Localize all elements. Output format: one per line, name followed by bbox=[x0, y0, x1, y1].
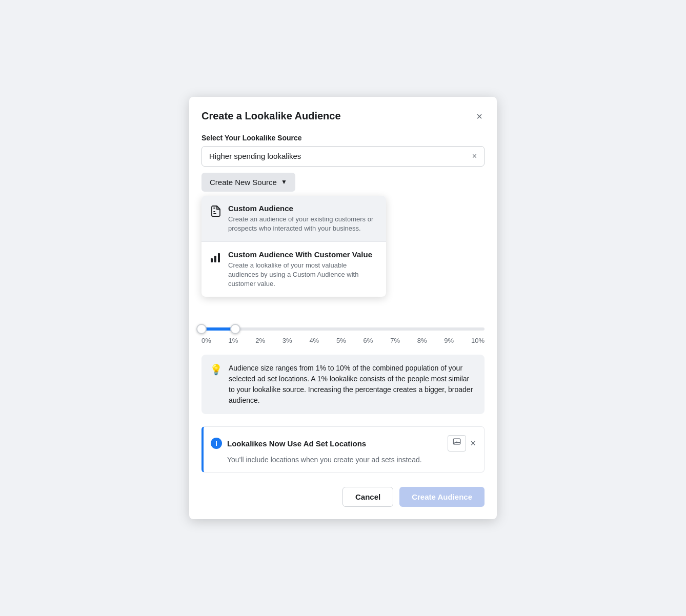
slider-label-10: 10% bbox=[471, 337, 485, 344]
custom-audience-value-icon bbox=[210, 251, 222, 266]
custom-audience-title: Custom Audience bbox=[228, 204, 378, 213]
dropdown-arrow-icon: ▼ bbox=[281, 178, 287, 186]
slider-label-0: 0% bbox=[201, 337, 211, 344]
notice-body: You'll include locations when you create… bbox=[227, 456, 476, 464]
info-text: Audience size ranges from 1% to 10% of t… bbox=[229, 363, 476, 406]
dropdown-menu: Custom Audience Create an audience of yo… bbox=[201, 196, 386, 297]
create-new-source-label: Create New Source bbox=[210, 178, 277, 187]
dropdown-item-custom-audience[interactable]: Custom Audience Create an audience of yo… bbox=[201, 196, 386, 241]
notice-feedback-button[interactable] bbox=[448, 435, 466, 451]
source-section: Select Your Lookalike Source × Create Ne… bbox=[201, 134, 485, 297]
notice-box: i Lookalikes Now Use Ad Set Locations × … bbox=[201, 426, 485, 473]
slider-track[interactable] bbox=[201, 327, 485, 331]
cancel-button[interactable]: Cancel bbox=[342, 487, 393, 507]
slider-thumb-left[interactable] bbox=[196, 324, 207, 334]
notice-close-button[interactable]: × bbox=[470, 438, 476, 449]
custom-audience-icon bbox=[210, 205, 222, 220]
source-clear-button[interactable]: × bbox=[472, 152, 477, 161]
svg-rect-0 bbox=[211, 258, 213, 262]
create-new-source-button[interactable]: Create New Source ▼ bbox=[201, 173, 295, 192]
slider-label-7: 7% bbox=[390, 337, 400, 344]
slider-thumb-right[interactable] bbox=[230, 324, 240, 334]
info-box: 💡 Audience size ranges from 1% to 10% of… bbox=[201, 355, 485, 414]
dropdown-item-custom-audience-value[interactable]: Custom Audience With Customer Value Crea… bbox=[201, 242, 386, 297]
source-section-label: Select Your Lookalike Source bbox=[201, 134, 485, 142]
modal-title: Create a Lookalike Audience bbox=[201, 110, 341, 122]
create-audience-button[interactable]: Create Audience bbox=[399, 487, 485, 507]
slider-label-2: 2% bbox=[255, 337, 265, 344]
custom-audience-value-title: Custom Audience With Customer Value bbox=[228, 250, 378, 259]
slider-label-5: 5% bbox=[336, 337, 346, 344]
modal-close-button[interactable]: × bbox=[474, 109, 485, 124]
slider-label-6: 6% bbox=[364, 337, 373, 344]
slider-label-8: 8% bbox=[417, 337, 427, 344]
slider-label-4: 4% bbox=[309, 337, 319, 344]
source-search-input[interactable] bbox=[209, 152, 472, 160]
notice-title: Lookalikes Now Use Ad Set Locations bbox=[227, 439, 366, 448]
svg-rect-1 bbox=[214, 256, 216, 262]
notice-header-left: i Lookalikes Now Use Ad Set Locations bbox=[211, 438, 366, 449]
lightbulb-icon: 💡 bbox=[210, 363, 223, 376]
slider-label-3: 3% bbox=[283, 337, 292, 344]
svg-point-5 bbox=[457, 442, 457, 443]
slider-labels: 0% 1% 2% 3% 4% 5% 6% 7% 8% 9% 10% bbox=[201, 337, 485, 344]
slider-section: 0% 1% 2% 3% 4% 5% 6% 7% 8% 9% 10% bbox=[201, 309, 485, 344]
slider-label-9: 9% bbox=[444, 337, 454, 344]
notice-info-icon: i bbox=[211, 438, 222, 449]
notice-header: i Lookalikes Now Use Ad Set Locations × bbox=[211, 435, 476, 451]
notice-actions: × bbox=[448, 435, 476, 451]
modal-container: Create a Lookalike Audience × Select You… bbox=[189, 97, 497, 520]
custom-audience-desc: Create an audience of your existing cust… bbox=[228, 215, 378, 233]
source-search-box: × bbox=[201, 146, 485, 167]
modal-footer: Cancel Create Audience bbox=[201, 487, 485, 507]
custom-audience-value-desc: Create a lookalike of your most valuable… bbox=[228, 261, 378, 289]
modal-header: Create a Lookalike Audience × bbox=[201, 109, 485, 124]
slider-label-1: 1% bbox=[229, 337, 238, 344]
svg-rect-2 bbox=[218, 253, 220, 262]
